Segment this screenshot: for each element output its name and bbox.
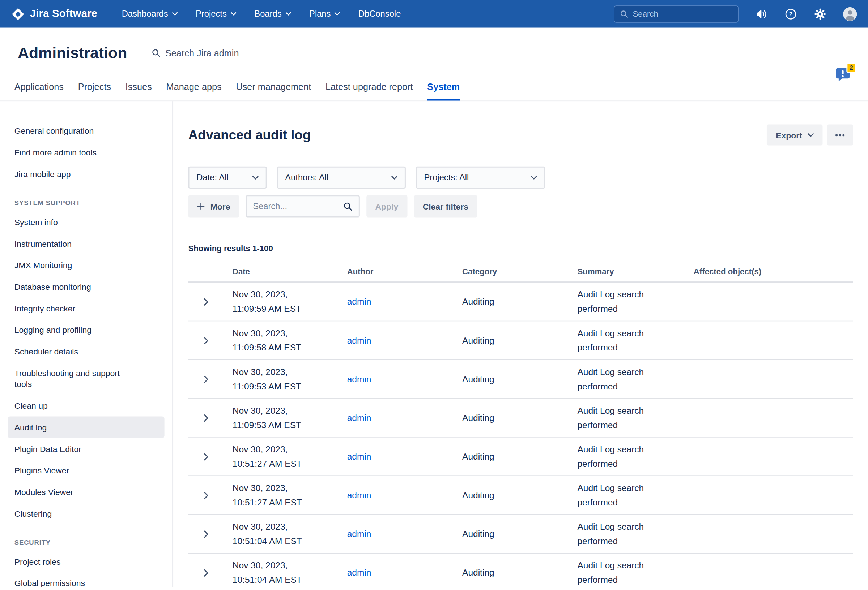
help-icon[interactable]: ?	[784, 7, 797, 20]
sidebar-item-clean-up[interactable]: Clean up	[0, 395, 172, 416]
search-icon[interactable]	[343, 202, 353, 211]
author-link[interactable]: admin	[347, 335, 371, 345]
cell-author: admin	[347, 413, 462, 423]
tab-applications[interactable]: Applications	[15, 82, 63, 101]
navbar-search-input[interactable]	[633, 9, 736, 18]
sidebar-section-system-support: SYSTEM SUPPORT	[0, 195, 172, 211]
table-header: Date Author Category Summary Affected ob…	[188, 267, 853, 282]
cell-author: admin	[347, 452, 462, 462]
projects-filter-dropdown[interactable]: Projects: All	[416, 166, 545, 188]
audit-log-table: Date Author Category Summary Affected ob…	[188, 267, 853, 587]
user-avatar[interactable]	[843, 7, 857, 21]
ellipsis-icon	[836, 134, 845, 137]
cell-category: Auditing	[462, 568, 577, 578]
feedback-button[interactable]: 2	[835, 66, 851, 82]
authors-filter-dropdown[interactable]: Authors: All	[277, 166, 406, 188]
row-expand-button[interactable]	[188, 298, 232, 305]
table-row: Nov 30, 2023,10:51:04 AM ESTadminAuditin…	[188, 553, 853, 587]
row-expand-button[interactable]	[188, 491, 232, 499]
nav-item-dashboards[interactable]: Dashboards	[122, 9, 177, 19]
more-filters-button[interactable]: More	[188, 195, 239, 217]
table-row: Nov 30, 2023,10:51:27 AM ESTadminAuditin…	[188, 437, 853, 476]
sidebar-item-plugin-data-editor[interactable]: Plugin Data Editor	[0, 438, 172, 459]
sidebar-item-audit-log[interactable]: Audit log	[7, 416, 164, 438]
row-expand-button[interactable]	[188, 453, 232, 460]
row-expand-button[interactable]	[188, 530, 232, 538]
cell-date: Nov 30, 2023,10:51:04 AM EST	[233, 558, 347, 587]
filter-search[interactable]	[245, 195, 360, 217]
chevron-down-icon	[172, 12, 177, 16]
sidebar-item-clustering[interactable]: Clustering	[0, 503, 172, 524]
row-expand-button[interactable]	[188, 336, 232, 344]
sidebar-item-logging-and-profiling[interactable]: Logging and profiling	[0, 319, 172, 341]
author-link[interactable]: admin	[347, 452, 371, 461]
nav-item-projects[interactable]: Projects	[196, 9, 236, 19]
chevron-right-icon	[204, 298, 209, 305]
sidebar-item-system-info[interactable]: System info	[0, 211, 172, 233]
admin-tabs: ApplicationsProjectsIssuesManage appsUse…	[0, 82, 868, 102]
author-link[interactable]: admin	[347, 529, 371, 539]
author-link[interactable]: admin	[347, 297, 371, 306]
author-link[interactable]: admin	[347, 374, 371, 383]
cell-summary: Audit Log search performed	[577, 481, 693, 510]
date-filter-dropdown[interactable]: Date: All	[188, 166, 267, 188]
settings-gear-icon[interactable]	[814, 7, 827, 20]
sidebar-item-troubleshooting-and-support-tools[interactable]: Troubleshooting and support tools	[0, 362, 172, 395]
apply-button[interactable]: Apply	[366, 195, 407, 217]
nav-item-dbconsole[interactable]: DbConsole	[359, 9, 401, 19]
column-category: Category	[462, 267, 577, 276]
tab-latest-upgrade-report[interactable]: Latest upgrade report	[326, 82, 413, 101]
chevron-right-icon	[204, 453, 209, 460]
tab-system[interactable]: System	[427, 82, 460, 101]
row-expand-button[interactable]	[188, 569, 232, 576]
sidebar-item-jmx-monitoring[interactable]: JMX Monitoring	[0, 255, 172, 276]
row-expand-button[interactable]	[188, 414, 232, 422]
cell-summary: Audit Log search performed	[577, 365, 693, 393]
author-link[interactable]: admin	[347, 568, 371, 577]
nav-item-plans[interactable]: Plans	[309, 9, 340, 19]
filter-search-input[interactable]	[253, 201, 338, 211]
export-button[interactable]: Export	[767, 124, 823, 145]
sidebar-item-project-roles[interactable]: Project roles	[0, 550, 172, 572]
chevron-right-icon	[204, 414, 209, 422]
svg-text:?: ?	[789, 11, 793, 18]
sidebar-item-jira-mobile-app[interactable]: Jira mobile app	[0, 163, 172, 185]
sidebar-item-database-monitoring[interactable]: Database monitoring	[0, 276, 172, 298]
sidebar-item-find-more-admin-tools[interactable]: Find more admin tools	[0, 142, 172, 163]
navbar-search[interactable]	[614, 6, 738, 22]
jira-logo[interactable]: Jira Software	[11, 7, 97, 21]
tab-issues[interactable]: Issues	[125, 82, 152, 101]
filter-row: Date: All Authors: All Projects: All	[188, 166, 853, 188]
sidebar-item-modules-viewer[interactable]: Modules Viewer	[0, 481, 172, 503]
table-row: Nov 30, 2023,11:09:53 AM ESTadminAuditin…	[188, 360, 853, 399]
page-title: Advanced audit log	[188, 127, 311, 143]
filter-actions-row: More Apply Clear filters	[188, 195, 853, 217]
cell-category: Auditing	[462, 413, 577, 423]
sidebar-item-plugins-viewer[interactable]: Plugins Viewer	[0, 459, 172, 481]
cell-summary: Audit Log search performed	[577, 403, 693, 433]
clear-filters-button[interactable]: Clear filters	[414, 195, 477, 217]
cell-date: Nov 30, 2023,11:09:58 AM EST	[233, 326, 347, 355]
cell-summary: Audit Log search performed	[577, 287, 693, 316]
cell-author: admin	[347, 297, 462, 307]
author-link[interactable]: admin	[347, 490, 371, 500]
sidebar-item-general-configuration[interactable]: General configuration	[0, 120, 172, 142]
admin-search-link[interactable]: Search Jira admin	[152, 48, 239, 58]
row-expand-button[interactable]	[188, 375, 232, 383]
sidebar-item-integrity-checker[interactable]: Integrity checker	[0, 297, 172, 319]
nav-item-boards[interactable]: Boards	[254, 9, 291, 19]
tab-projects[interactable]: Projects	[78, 82, 111, 101]
cell-category: Auditing	[462, 490, 577, 500]
tab-manage-apps[interactable]: Manage apps	[166, 82, 222, 101]
chevron-right-icon	[204, 491, 209, 499]
sidebar-item-global-permissions[interactable]: Global permissions	[0, 572, 172, 587]
megaphone-icon[interactable]	[755, 7, 768, 20]
chevron-right-icon	[204, 530, 209, 538]
sidebar-item-instrumentation[interactable]: Instrumentation	[0, 232, 172, 255]
author-link[interactable]: admin	[347, 413, 371, 422]
table-row: Nov 30, 2023,11:09:59 AM ESTadminAuditin…	[188, 282, 853, 321]
more-options-button[interactable]	[827, 124, 853, 145]
admin-header: Administration Search Jira admin 2	[0, 28, 868, 62]
sidebar-item-scheduler-details[interactable]: Scheduler details	[0, 341, 172, 362]
tab-user-management[interactable]: User management	[236, 82, 311, 101]
